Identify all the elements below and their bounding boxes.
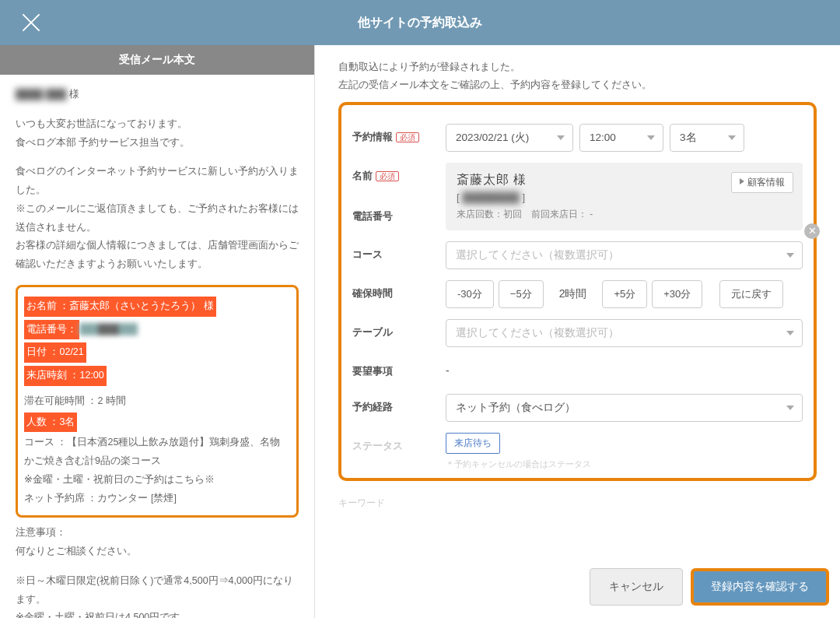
hl-people: 人数 ：3名 [24, 413, 77, 433]
redacted-name: ████ ███ [16, 89, 66, 100]
status-chip[interactable]: 来店待ち [446, 433, 500, 454]
chevron-down-icon [786, 331, 794, 335]
date-select[interactable]: 2023/02/21 (火) [446, 124, 573, 152]
visit-info: 来店回数：初回 前回来店日： - [457, 208, 792, 221]
label-route: 予約経路 [352, 394, 446, 414]
seat-line: ネット予約席 ：カウンター [禁煙] [24, 490, 290, 508]
route-select[interactable]: ネット予約（食べログ） [446, 394, 803, 422]
label-table: テーブル [352, 319, 446, 339]
chevron-down-icon [786, 253, 794, 258]
time-select[interactable]: 12:00 [579, 124, 663, 152]
label-keyword: キーワード [338, 497, 817, 510]
cancel-button[interactable]: キャンセル [590, 568, 683, 606]
label-name: 名前 [352, 170, 373, 181]
table-select[interactable]: 選択してください（複数選択可） [446, 319, 803, 347]
hold-current: 2時間 [548, 287, 598, 301]
people-select[interactable]: 3名 [670, 124, 744, 152]
customer-info-button[interactable]: 顧客情報 [731, 172, 793, 193]
chevron-down-icon [557, 135, 565, 140]
price-info: ※日～木曜日限定(祝前日除く)で通常4,500円⇒4,000円になります。 ※金… [16, 572, 299, 618]
redacted-phone: ███ [79, 323, 138, 335]
clear-guest-button[interactable]: ✕ [804, 223, 820, 239]
reset-hold-button[interactable]: 元に戻す [719, 280, 783, 308]
request-value: - [446, 358, 803, 383]
guest-card: 斎藤太郎 様 [ ████████ ] 来店回数：初回 前回来店日： - 顧客情… [446, 163, 803, 230]
stay-line: 滞在可能時間 ：2 時間 [24, 392, 290, 411]
hl-date: 日付 ：02/21 [24, 342, 86, 363]
label-course: コース [352, 241, 446, 262]
hl-time: 来店時刻 ：12:00 [24, 366, 107, 386]
status-hint: ＊予約キャンセルの場合はステータス [446, 458, 803, 470]
hl-phone-label: 電話番号： [24, 320, 79, 340]
minus-5-button[interactable]: −5分 [499, 280, 544, 308]
plus-5-button[interactable]: +5分 [602, 280, 647, 308]
plus-30-button[interactable]: +30分 [652, 280, 702, 308]
highlight-box: お名前 ：斎藤太郎（さいとうたろう） 様 電話番号：███ 日付 ：02/21 … [16, 285, 299, 518]
email-greeting: いつも大変お世話になっております。 食べログ本部 予約サービス担当です。 [16, 115, 299, 153]
intro-1: 自動取込により予約が登録されました。 [338, 58, 817, 75]
chevron-down-icon [728, 135, 736, 140]
label-hold: 確保時間 [352, 280, 446, 300]
confirm-button[interactable]: 登録内容を確認する [691, 568, 829, 606]
modal-title: 他サイトの予約取込み [0, 15, 840, 31]
close-icon[interactable] [19, 11, 43, 34]
triangle-right-icon [740, 178, 744, 184]
course-select[interactable]: 選択してください（複数選択可） [446, 241, 803, 269]
label-status: ステータス [352, 433, 446, 453]
label-reservation: 予約情報必須 [352, 124, 446, 144]
email-panel: 受信メール本文 ████ ███ 様 いつも大変お世話になっております。 食べロ… [0, 45, 314, 618]
hl-name: お名前 ：斎藤太郎（さいとうたろう） 様 [24, 297, 216, 317]
redacted-phone: ████████ [462, 191, 520, 203]
email-intro: 食べログのインターネット予約サービスに新しい予約が入りました。 ※このメールにご… [16, 163, 299, 274]
chevron-down-icon [647, 135, 655, 140]
course-line: コース ：【日本酒25種以上飲み放題付】鶏刺身盛、名物かご焼き含む計9品の楽コー… [24, 434, 290, 489]
form-panel: 自動取込により予約が登録されました。 左記の受信メール本文をご確認の上、予約内容… [314, 45, 840, 618]
chevron-down-icon [786, 406, 794, 410]
minus-30-button[interactable]: -30分 [446, 280, 494, 308]
form-box: 予約情報必須 2023/02/21 (火) 12:00 3名 名前必須 電話番号 [338, 102, 817, 481]
email-panel-title: 受信メール本文 [0, 45, 314, 75]
consult-line: 何なりとご相談ください。 [16, 543, 299, 561]
intro-2: 左記の受信メール本文をご確認の上、予約内容を登録してください。 [338, 75, 817, 93]
label-request: 要望事項 [352, 358, 446, 378]
label-phone: 電話番号 [352, 209, 446, 223]
note-label: 注意事項： [16, 524, 299, 543]
